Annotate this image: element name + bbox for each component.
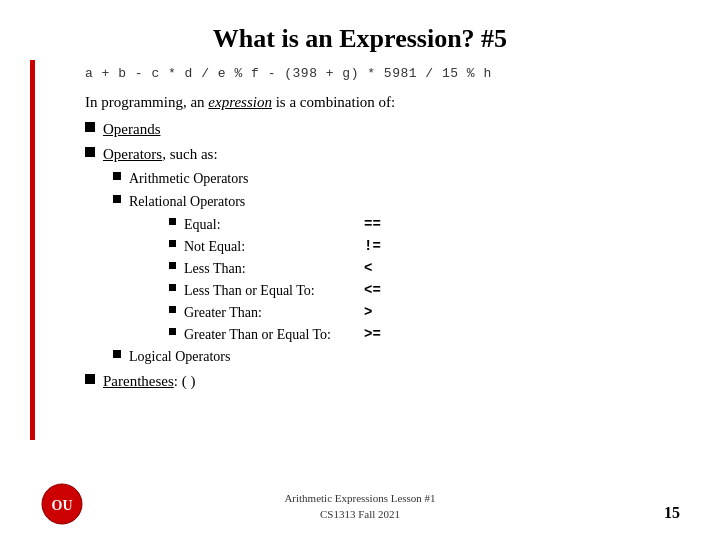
bullet-small-icon [113,172,121,180]
op-bullet-icon [169,306,176,313]
op-lessthan-label: Less Than: [184,258,364,279]
logical-label: Logical Operators [129,346,230,367]
expression-word: expression [208,94,272,110]
op-notequal: Not Equal: != [169,236,680,257]
bullet-small-icon [113,350,121,358]
content-area: In programming, an expression is a combi… [85,91,680,392]
code-example: a + b - c * d / e % f - (398 + g) * 5981… [85,66,680,81]
bullet-operators: Operators, such as: [85,143,680,166]
intro-suffix: is a combination of: [272,94,395,110]
red-bar [30,60,35,440]
op-bullet-icon [169,328,176,335]
footer: Arithmetic Expressions Lesson #1 CS1313 … [0,491,720,522]
relational-label: Relational Operators [129,191,245,212]
op-lessthan: Less Than: < [169,258,680,279]
intro-prefix: In programming, an [85,94,208,110]
bullet-square-icon [85,147,95,157]
op-greaterthanequal-label: Greater Than or Equal To: [184,324,364,345]
operands-label: Operands [103,118,160,141]
footer-text: Arithmetic Expressions Lesson #1 CS1313 … [284,491,435,522]
op-greaterthanequal-symbol: >= [364,324,381,345]
footer-line2: CS1313 Fall 2021 [284,507,435,522]
op-lessthanequal-symbol: <= [364,280,381,301]
operators-text: Operators, such as: [103,143,218,166]
footer-line1: Arithmetic Expressions Lesson #1 [284,491,435,506]
intro-text: In programming, an expression is a combi… [85,91,680,114]
parentheses-text: Parentheses: ( ) [103,370,195,393]
op-lessthanequal-label: Less Than or Equal To: [184,280,364,301]
slide-title: What is an Expression? #5 [40,24,680,54]
op-bullet-icon [169,284,176,291]
op-greaterthan: Greater Than: > [169,302,680,323]
op-bullet-icon [169,218,176,225]
arithmetic-label: Arithmetic Operators [129,168,248,189]
op-greaterthan-label: Greater Than: [184,302,364,323]
bullet-relational: Relational Operators [113,191,680,212]
operators-suffix: , such as: [162,146,217,162]
parentheses-value: : ( ) [174,373,196,389]
op-notequal-label: Not Equal: [184,236,364,257]
bullet-operands: Operands [85,118,680,141]
relational-items: Equal: == Not Equal: != Less Than: < Les… [169,214,680,346]
op-notequal-symbol: != [364,236,381,257]
bullet-square-icon [85,374,95,384]
bullet-logical: Logical Operators [113,346,680,367]
op-equal-symbol: == [364,214,381,235]
op-equal-label: Equal: [184,214,364,235]
op-greaterthanequal: Greater Than or Equal To: >= [169,324,680,345]
op-bullet-icon [169,240,176,247]
op-greaterthan-symbol: > [364,302,372,323]
bullet-square-icon [85,122,95,132]
page-number: 15 [664,504,680,522]
op-bullet-icon [169,262,176,269]
bullet-small-icon [113,195,121,203]
operators-label: Operators [103,146,162,162]
op-equal: Equal: == [169,214,680,235]
slide: What is an Expression? #5 a + b - c * d … [0,0,720,540]
op-lessthan-symbol: < [364,258,372,279]
op-lessthanequal: Less Than or Equal To: <= [169,280,680,301]
bullet-arithmetic: Arithmetic Operators [113,168,680,189]
bullet-parentheses: Parentheses: ( ) [85,370,680,393]
parentheses-label: Parentheses [103,373,174,389]
